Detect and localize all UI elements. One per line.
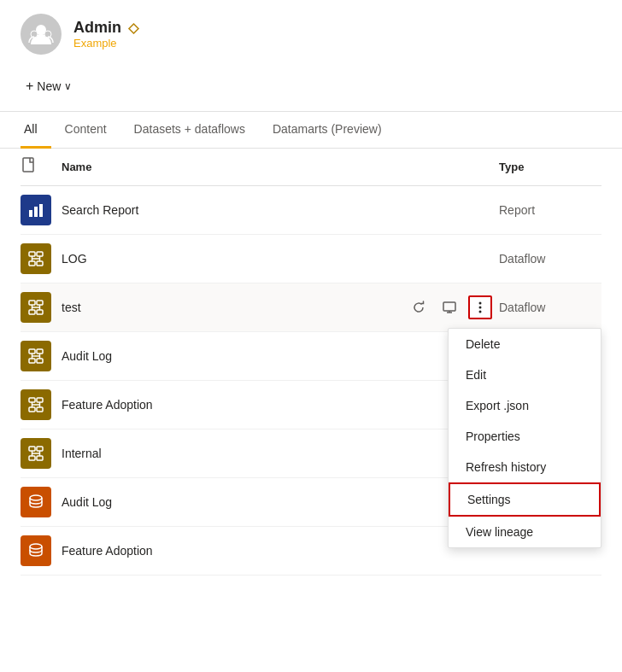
new-button[interactable]: + New ∨ [21, 75, 77, 97]
workspace-header: Admin ◇ Example [0, 0, 622, 68]
chevron-down-icon: ∨ [64, 80, 72, 92]
row-actions [407, 295, 492, 319]
workspace-info: Admin ◇ Example [73, 19, 138, 50]
svg-rect-8 [37, 252, 43, 256]
workspace-name: Admin [73, 19, 121, 37]
more-options-button[interactable] [468, 295, 492, 319]
svg-rect-10 [37, 261, 43, 266]
menu-item-lineage[interactable]: View lineage [449, 517, 601, 547]
svg-rect-9 [29, 261, 35, 266]
dataflow-icon [27, 299, 44, 316]
svg-rect-37 [37, 407, 43, 412]
table-row: test [21, 283, 601, 332]
menu-item-edit[interactable]: Edit [449, 359, 601, 390]
svg-point-25 [479, 307, 482, 309]
avatar-icon [27, 20, 55, 48]
svg-rect-7 [29, 252, 35, 256]
item-name: Audit Log [62, 495, 499, 509]
svg-rect-29 [29, 359, 35, 363]
svg-rect-17 [37, 310, 43, 314]
item-name: test [62, 301, 407, 314]
svg-rect-3 [23, 158, 33, 172]
svg-rect-44 [37, 456, 43, 460]
tab-datamarts[interactable]: Datamarts (Preview) [259, 112, 396, 149]
svg-rect-30 [37, 359, 43, 363]
dataflow-icon [27, 445, 44, 462]
plus-icon: + [26, 79, 33, 94]
menu-item-refresh[interactable]: Refresh history [449, 452, 601, 482]
avatar [21, 14, 62, 55]
item-icon-database [21, 487, 51, 517]
workspace-subtitle: Example [73, 37, 138, 50]
tab-datasets[interactable]: Datasets + dataflows [120, 112, 259, 149]
menu-item-settings[interactable]: Settings [449, 482, 601, 517]
item-icon-dataflow [21, 438, 51, 469]
svg-point-49 [30, 544, 42, 549]
menu-item-delete[interactable]: Delete [449, 329, 601, 359]
item-icon-report [21, 195, 51, 225]
toolbar: + New ∨ [0, 68, 622, 112]
svg-rect-27 [29, 349, 35, 354]
svg-rect-21 [443, 302, 455, 311]
svg-point-24 [479, 302, 482, 305]
database-icon [27, 542, 44, 559]
table-row: Search Report Report [21, 186, 601, 235]
col-header-name: Name [62, 161, 499, 173]
dataflow-icon [27, 396, 44, 413]
svg-rect-36 [29, 407, 35, 412]
database-icon [27, 494, 44, 511]
svg-rect-41 [29, 447, 35, 451]
tab-bar: All Content Datasets + dataflows Datamar… [0, 112, 622, 149]
svg-rect-42 [37, 447, 43, 451]
dataflow-icon [27, 348, 44, 365]
svg-rect-43 [29, 456, 35, 460]
menu-item-properties[interactable]: Properties [449, 421, 601, 452]
svg-rect-15 [37, 301, 43, 305]
menu-item-export[interactable]: Export .json [449, 390, 601, 421]
tab-all[interactable]: All [21, 112, 51, 149]
item-icon-database [21, 535, 51, 566]
tab-content[interactable]: Content [51, 112, 120, 149]
workspace-title: Admin ◇ [73, 19, 138, 37]
table-row: LOG Dataflow [21, 235, 601, 283]
svg-rect-28 [37, 349, 43, 354]
svg-rect-4 [29, 210, 32, 217]
item-name: Feature Adoption [62, 544, 499, 558]
col-header-type: Type [499, 161, 601, 173]
item-type: Dataflow [499, 301, 601, 314]
svg-rect-35 [37, 398, 43, 402]
item-type: Dataflow [499, 252, 601, 266]
bar-chart-icon [27, 202, 44, 219]
svg-rect-5 [34, 207, 38, 217]
ellipsis-vertical-icon [478, 301, 482, 314]
svg-point-48 [30, 495, 42, 500]
item-name: Feature Adoption [62, 398, 499, 412]
item-name: Search Report [62, 203, 499, 217]
dataflow-icon [27, 250, 44, 267]
refresh-button[interactable] [407, 295, 431, 319]
context-menu: Delete Edit Export .json Properties Refr… [448, 328, 601, 548]
svg-rect-16 [29, 310, 35, 314]
svg-rect-14 [29, 301, 35, 305]
monitor-button[interactable] [437, 295, 461, 319]
item-name: Internal [62, 447, 499, 460]
item-icon-dataflow [21, 341, 51, 371]
svg-point-26 [479, 311, 482, 313]
item-icon-dataflow [21, 292, 51, 323]
header-icon-col [21, 157, 62, 177]
svg-rect-6 [39, 204, 43, 217]
table-header: Name Type [21, 149, 601, 186]
item-name: LOG [62, 252, 499, 266]
items-table: Name Type Search Report Report [0, 149, 622, 576]
item-name: Audit Log [62, 349, 499, 363]
file-header-icon [21, 157, 38, 174]
refresh-icon [412, 301, 425, 314]
item-type: Report [499, 203, 601, 217]
premium-icon: ◇ [128, 20, 138, 36]
new-label: New [37, 79, 61, 93]
monitor-icon [443, 301, 456, 314]
svg-rect-34 [29, 398, 35, 402]
item-icon-dataflow [21, 243, 51, 274]
item-icon-dataflow [21, 389, 51, 420]
